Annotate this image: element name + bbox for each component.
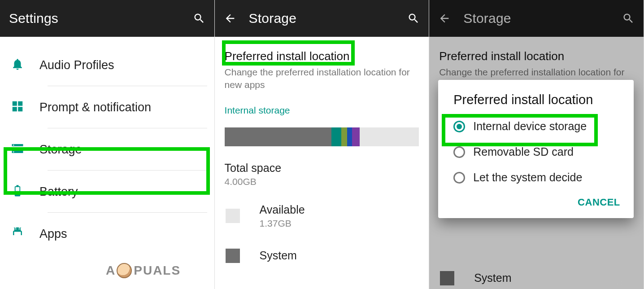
page-title: Storage bbox=[249, 11, 407, 26]
android-icon bbox=[11, 226, 24, 241]
search-icon[interactable] bbox=[406, 11, 421, 26]
svg-point-0 bbox=[13, 144, 14, 146]
settings-item-apps[interactable]: Apps bbox=[0, 213, 214, 255]
available-value: 1.37GB bbox=[260, 218, 305, 229]
preferred-install-location-dialog: Preferred install location Internal devi… bbox=[438, 80, 634, 218]
radio-label: Let the system decide bbox=[473, 171, 582, 184]
svg-point-2 bbox=[13, 151, 14, 153]
preferred-install-location-item[interactable]: Preferred install location Change the pr… bbox=[225, 43, 419, 92]
settings-item-label: Prompt & notification bbox=[39, 101, 151, 114]
settings-panel: Settings Audio Profiles Prompt & notific… bbox=[0, 0, 215, 289]
radio-icon bbox=[453, 146, 465, 158]
page-title: Settings bbox=[9, 11, 192, 26]
action-bar: Storage bbox=[215, 0, 429, 37]
total-space-value: 4.00GB bbox=[225, 176, 419, 187]
available-row[interactable]: Available 1.37GB bbox=[225, 203, 419, 229]
system-label: System bbox=[474, 271, 511, 285]
pref-install-subtitle: Change the preferred installation locati… bbox=[225, 66, 419, 92]
storage-content: Preferred install location Change the pr… bbox=[215, 37, 429, 289]
radio-icon bbox=[453, 172, 465, 184]
settings-list: Audio Profiles Prompt & notification Sto… bbox=[0, 37, 214, 289]
settings-item-storage[interactable]: Storage bbox=[0, 128, 214, 171]
settings-item-audio-profiles[interactable]: Audio Profiles bbox=[0, 37, 214, 86]
radio-label: Removable SD card bbox=[473, 145, 574, 158]
search-icon[interactable] bbox=[192, 11, 206, 26]
search-icon[interactable] bbox=[621, 11, 635, 26]
back-icon[interactable] bbox=[438, 12, 451, 25]
radio-label: Internal device storage bbox=[473, 120, 587, 133]
svg-point-1 bbox=[13, 148, 14, 149]
dialog-title: Preferred install location bbox=[438, 92, 634, 114]
system-row[interactable]: System bbox=[225, 249, 419, 263]
storage-panel: Storage Preferred install location Chang… bbox=[215, 0, 430, 289]
pref-install-title: Preferred install location bbox=[439, 49, 634, 63]
available-swatch bbox=[226, 209, 240, 223]
settings-item-label: Storage bbox=[39, 143, 82, 157]
settings-item-battery[interactable]: Battery bbox=[0, 171, 214, 213]
pref-install-title: Preferred install location bbox=[225, 49, 419, 63]
radio-let-system-decide[interactable]: Let the system decide bbox=[438, 165, 634, 190]
page-title: Storage bbox=[463, 11, 621, 26]
storage-dialog-panel: Storage Preferred install location Chang… bbox=[429, 0, 644, 289]
radio-icon bbox=[453, 121, 465, 132]
radio-internal-device-storage[interactable]: Internal device storage bbox=[438, 114, 634, 139]
settings-item-label: Apps bbox=[39, 227, 67, 241]
radio-removable-sd-card[interactable]: Removable SD card bbox=[438, 139, 634, 165]
battery-icon bbox=[11, 184, 24, 199]
total-space-row: Total space 4.00GB bbox=[225, 162, 419, 187]
settings-item-label: Battery bbox=[39, 185, 78, 199]
storage-usage-bar bbox=[225, 127, 419, 146]
system-swatch bbox=[440, 271, 454, 285]
appuals-logo: APUALS bbox=[106, 263, 181, 278]
system-label: System bbox=[260, 249, 297, 262]
settings-item-prompt-notification[interactable]: Prompt & notification bbox=[0, 86, 214, 128]
cancel-button[interactable]: CANCEL bbox=[578, 197, 620, 208]
action-bar: Storage bbox=[429, 0, 644, 37]
bell-icon bbox=[11, 57, 24, 73]
storage-icon bbox=[11, 142, 24, 157]
back-icon[interactable] bbox=[224, 12, 236, 25]
settings-item-label: Audio Profiles bbox=[39, 58, 114, 72]
system-swatch bbox=[226, 249, 240, 263]
total-space-label: Total space bbox=[225, 162, 419, 175]
watermark: wsxdn.com bbox=[609, 280, 639, 286]
available-label: Available bbox=[260, 203, 305, 216]
internal-storage-label: Internal storage bbox=[225, 105, 419, 116]
svg-rect-3 bbox=[16, 187, 20, 191]
system-row-dimmed: System bbox=[439, 271, 634, 285]
grid-icon bbox=[11, 100, 24, 115]
action-bar: Settings bbox=[0, 0, 214, 37]
